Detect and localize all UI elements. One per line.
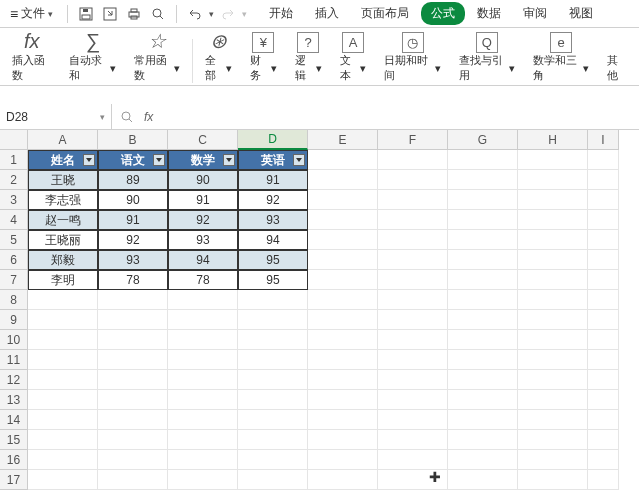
table-cell[interactable]: 94 (168, 250, 238, 270)
table-cell[interactable]: 78 (168, 270, 238, 290)
cell[interactable] (518, 390, 588, 410)
file-menu[interactable]: 文件 ▾ (4, 3, 59, 24)
zoom-icon[interactable] (120, 110, 134, 124)
cell[interactable] (518, 270, 588, 290)
ribbon-math[interactable]: e 数学和三角▾ (527, 32, 595, 83)
undo-dropdown-icon[interactable]: ▾ (209, 9, 214, 19)
cell[interactable] (518, 170, 588, 190)
cell[interactable] (238, 310, 308, 330)
tab-start[interactable]: 开始 (259, 2, 303, 25)
cell[interactable] (308, 150, 378, 170)
cell[interactable] (378, 430, 448, 450)
cell[interactable] (448, 230, 518, 250)
cell[interactable] (448, 370, 518, 390)
table-cell[interactable]: 王晓 (28, 170, 98, 190)
cell[interactable] (588, 330, 619, 350)
cell[interactable] (98, 290, 168, 310)
cell[interactable] (588, 230, 619, 250)
cell[interactable] (448, 170, 518, 190)
cell[interactable] (238, 290, 308, 310)
table-header[interactable]: 数学 (168, 150, 238, 170)
cell[interactable] (308, 450, 378, 470)
cell[interactable] (378, 170, 448, 190)
table-cell[interactable]: 李明 (28, 270, 98, 290)
cell[interactable] (28, 470, 98, 490)
cell[interactable] (588, 250, 619, 270)
ribbon-logic[interactable]: ? 逻辑▾ (289, 32, 328, 83)
cell[interactable] (28, 410, 98, 430)
col-header[interactable]: A (28, 130, 98, 150)
cell[interactable] (168, 450, 238, 470)
ribbon-insert-fn[interactable]: fx 插入函数 (6, 32, 57, 83)
table-cell[interactable]: 郑毅 (28, 250, 98, 270)
saveas-icon[interactable] (100, 4, 120, 24)
cell[interactable] (238, 350, 308, 370)
cell[interactable] (448, 450, 518, 470)
cell[interactable] (98, 310, 168, 330)
ribbon-text[interactable]: A 文本▾ (334, 32, 373, 83)
redo-icon[interactable] (218, 4, 238, 24)
col-header[interactable]: G (448, 130, 518, 150)
table-cell[interactable]: 91 (238, 170, 308, 190)
cell[interactable] (378, 470, 448, 490)
cell[interactable] (308, 350, 378, 370)
cell[interactable] (28, 330, 98, 350)
filter-icon[interactable] (153, 154, 165, 166)
formula-input[interactable] (161, 104, 639, 129)
cell[interactable] (308, 270, 378, 290)
table-cell[interactable]: 95 (238, 250, 308, 270)
cell[interactable] (308, 310, 378, 330)
cell[interactable] (588, 150, 619, 170)
table-cell[interactable]: 89 (98, 170, 168, 190)
cell[interactable] (28, 290, 98, 310)
row-header[interactable]: 9 (0, 310, 28, 330)
cell[interactable] (588, 450, 619, 470)
tab-view[interactable]: 视图 (559, 2, 603, 25)
print-icon[interactable] (124, 4, 144, 24)
cell[interactable] (168, 470, 238, 490)
cell[interactable] (308, 210, 378, 230)
name-box[interactable]: D28 ▾ (0, 104, 112, 129)
cell[interactable] (518, 310, 588, 330)
cell[interactable] (98, 450, 168, 470)
cell[interactable] (308, 190, 378, 210)
cell[interactable] (448, 390, 518, 410)
cell[interactable] (308, 330, 378, 350)
cell[interactable] (588, 170, 619, 190)
table-cell[interactable]: 90 (168, 170, 238, 190)
table-cell[interactable]: 93 (238, 210, 308, 230)
cell[interactable] (518, 410, 588, 430)
cell[interactable] (448, 210, 518, 230)
cell[interactable] (308, 290, 378, 310)
tab-data[interactable]: 数据 (467, 2, 511, 25)
col-header[interactable]: I (588, 130, 619, 150)
cell[interactable] (98, 390, 168, 410)
cell[interactable] (448, 330, 518, 350)
row-header[interactable]: 1 (0, 150, 28, 170)
select-all-corner[interactable] (0, 130, 28, 150)
cell[interactable] (518, 210, 588, 230)
row-header[interactable]: 16 (0, 450, 28, 470)
cell[interactable] (168, 330, 238, 350)
row-header[interactable]: 3 (0, 190, 28, 210)
row-header[interactable]: 8 (0, 290, 28, 310)
cell[interactable] (168, 410, 238, 430)
cell[interactable] (448, 190, 518, 210)
table-cell[interactable]: 78 (98, 270, 168, 290)
cell[interactable] (378, 370, 448, 390)
cell[interactable] (308, 470, 378, 490)
row-header[interactable]: 11 (0, 350, 28, 370)
ribbon-all[interactable]: ⊛ 全部▾ (199, 32, 238, 83)
cell[interactable] (28, 310, 98, 330)
row-header[interactable]: 6 (0, 250, 28, 270)
cell[interactable] (98, 330, 168, 350)
cell[interactable] (518, 350, 588, 370)
cell[interactable] (98, 470, 168, 490)
cell[interactable] (98, 370, 168, 390)
table-cell[interactable]: 赵一鸣 (28, 210, 98, 230)
cell[interactable] (308, 370, 378, 390)
row-header[interactable]: 5 (0, 230, 28, 250)
cell[interactable] (168, 350, 238, 370)
cell[interactable] (588, 270, 619, 290)
table-cell[interactable]: 李志强 (28, 190, 98, 210)
